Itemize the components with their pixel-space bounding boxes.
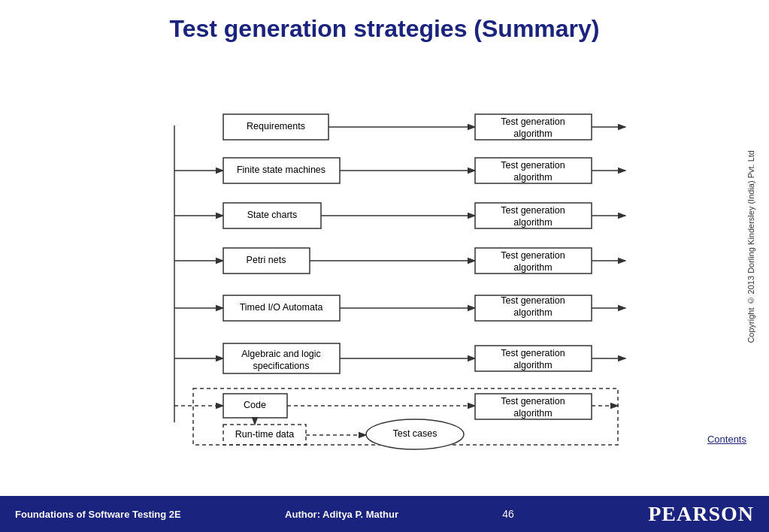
svg-text:Test generation: Test generation (501, 205, 565, 216)
svg-text:Finite state machines: Finite state machines (236, 165, 325, 175)
svg-text:Test generation: Test generation (501, 295, 565, 306)
copyright-text: Copyright © 2013 Dorling Kindersley (Ind… (746, 150, 755, 343)
svg-text:Run-time data: Run-time data (235, 429, 294, 440)
svg-text:algorithm: algorithm (513, 262, 552, 273)
svg-text:Test cases: Test cases (392, 428, 437, 439)
svg-text:Algebraic and logic: Algebraic and logic (241, 349, 321, 359)
svg-text:Test generation: Test generation (501, 250, 565, 261)
svg-text:specifications: specifications (253, 361, 309, 371)
requirements-label: Requirements (247, 121, 305, 131)
svg-text:algorithm: algorithm (513, 128, 552, 139)
footer-logo: PEARSON (648, 502, 754, 526)
svg-text:Petri nets: Petri nets (246, 255, 286, 265)
svg-text:algorithm: algorithm (513, 307, 552, 318)
svg-text:algorithm: algorithm (513, 408, 552, 419)
contents-link[interactable]: Contents (707, 434, 746, 445)
svg-text:Test generation: Test generation (501, 160, 565, 171)
footer-page-number: 46 (502, 508, 514, 520)
page-title: Test generation strategies (Summary) (0, 8, 769, 54)
footer-author: Author: Aditya P. Mathur (285, 509, 398, 520)
svg-text:algorithm: algorithm (513, 217, 552, 228)
svg-text:Timed I/O Automata: Timed I/O Automata (239, 302, 322, 313)
main-content: Test generation strategies (Summary) Req… (0, 0, 769, 496)
svg-text:State charts: State charts (247, 210, 297, 220)
footer-bar: Foundations of Software Testing 2E Autho… (0, 496, 769, 532)
diagram-container: Requirements Test generation algorithm F… (77, 54, 693, 460)
svg-text:algorithm: algorithm (513, 172, 552, 183)
svg-text:Code: Code (244, 400, 266, 410)
svg-text:Test generation: Test generation (501, 348, 565, 358)
diagram-svg: Requirements Test generation algorithm F… (77, 54, 693, 452)
svg-text:Test generation: Test generation (501, 116, 565, 127)
svg-text:algorithm: algorithm (513, 360, 552, 370)
footer-course-title: Foundations of Software Testing 2E (15, 509, 181, 520)
svg-text:Test generation: Test generation (501, 396, 565, 407)
